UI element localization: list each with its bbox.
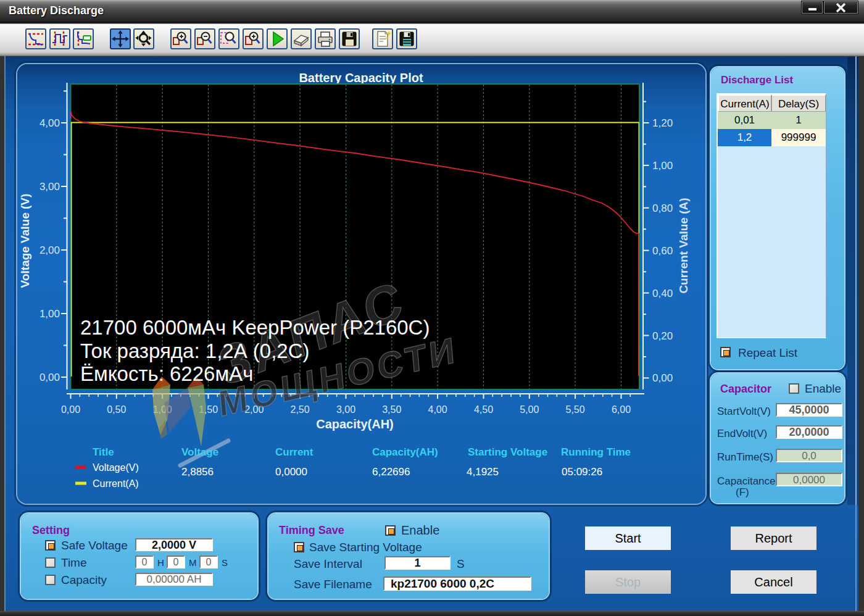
- svg-text:Title: Title: [93, 446, 114, 458]
- svg-text:Running Time: Running Time: [561, 446, 631, 458]
- svg-text:3,00: 3,00: [336, 404, 355, 415]
- svg-text:4,1925: 4,1925: [467, 466, 499, 478]
- svg-text:3,50: 3,50: [382, 404, 401, 415]
- svg-text:1,00: 1,00: [652, 160, 673, 172]
- svg-text:1,00: 1,00: [39, 308, 60, 320]
- svg-text:6,00: 6,00: [612, 404, 631, 415]
- svg-text:05:09:26: 05:09:26: [562, 466, 602, 478]
- svg-text:Voltage(V): Voltage(V): [93, 462, 139, 473]
- svg-text:21700 6000мАч KeepPower (P2160: 21700 6000мАч KeepPower (P2160C): [80, 316, 430, 339]
- svg-text:4,00: 4,00: [428, 404, 447, 415]
- svg-text:2,00: 2,00: [39, 244, 60, 256]
- svg-text:0,80: 0,80: [652, 202, 673, 214]
- svg-text:Ёмкость: 6226мАч: Ёмкость: 6226мАч: [80, 362, 253, 385]
- svg-text:0,00: 0,00: [652, 372, 673, 384]
- svg-text:Current Value (A): Current Value (A): [677, 198, 690, 293]
- svg-text:Capacity(AH): Capacity(AH): [316, 417, 394, 431]
- svg-text:Ток разряда: 1,2А (0,2С): Ток разряда: 1,2А (0,2С): [80, 339, 310, 362]
- svg-text:0,0000: 0,0000: [275, 466, 307, 478]
- svg-text:Voltage Value (V): Voltage Value (V): [19, 194, 31, 288]
- svg-text:0,50: 0,50: [107, 404, 126, 415]
- svg-text:4,00: 4,00: [39, 117, 60, 129]
- svg-text:0,60: 0,60: [652, 245, 673, 257]
- svg-text:Capacity(AH): Capacity(AH): [372, 446, 438, 458]
- svg-text:0,00: 0,00: [39, 372, 60, 383]
- svg-text:0,00: 0,00: [61, 404, 80, 415]
- svg-text:5,50: 5,50: [566, 404, 585, 415]
- svg-text:6,22696: 6,22696: [372, 466, 410, 478]
- svg-text:Battery Capacity Plot: Battery Capacity Plot: [299, 71, 423, 85]
- svg-text:0,40: 0,40: [652, 288, 673, 299]
- svg-text:0,20: 0,20: [652, 330, 673, 342]
- svg-text:2,8856: 2,8856: [181, 466, 214, 478]
- svg-text:Current: Current: [275, 446, 314, 458]
- svg-text:Starting Voltage: Starting Voltage: [468, 446, 547, 458]
- svg-text:1,20: 1,20: [652, 117, 673, 129]
- svg-text:Current(A): Current(A): [93, 478, 139, 489]
- svg-text:4,50: 4,50: [474, 404, 493, 415]
- svg-text:Voltage: Voltage: [181, 446, 218, 458]
- svg-text:5,00: 5,00: [520, 404, 539, 415]
- svg-text:3,00: 3,00: [39, 181, 60, 193]
